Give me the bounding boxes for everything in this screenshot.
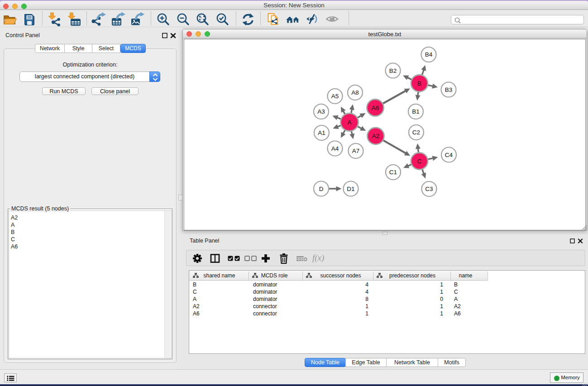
svg-text:C4: C4 xyxy=(445,152,453,158)
svg-text:B4: B4 xyxy=(425,51,433,58)
svg-text:C3: C3 xyxy=(425,186,433,192)
svg-text:A: A xyxy=(347,119,351,126)
svg-text:A8: A8 xyxy=(351,89,359,96)
svg-text:A7: A7 xyxy=(352,148,360,154)
svg-text:B1: B1 xyxy=(412,108,420,115)
svg-text:A5: A5 xyxy=(331,93,339,100)
svg-text:C2: C2 xyxy=(412,129,420,136)
svg-text:A2: A2 xyxy=(372,133,380,139)
svg-text:B: B xyxy=(417,80,421,87)
svg-text:A4: A4 xyxy=(331,145,339,152)
svg-text:C: C xyxy=(417,158,422,165)
svg-text:A3: A3 xyxy=(317,108,325,115)
svg-text:D1: D1 xyxy=(347,186,354,192)
svg-text:D: D xyxy=(319,186,324,192)
svg-text:B2: B2 xyxy=(389,67,397,74)
svg-text:A6: A6 xyxy=(372,105,379,111)
svg-text:C1: C1 xyxy=(389,169,397,176)
svg-text:A1: A1 xyxy=(318,129,325,136)
svg-text:B3: B3 xyxy=(445,86,453,93)
